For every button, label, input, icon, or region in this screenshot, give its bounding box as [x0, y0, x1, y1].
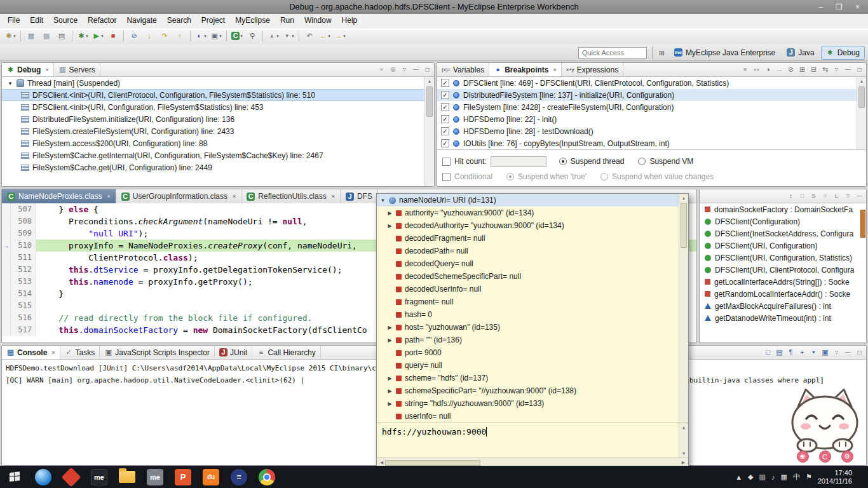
dropdown-arrow-icon[interactable]: ▾	[101, 34, 104, 39]
run-button[interactable]: ▶▾	[91, 29, 105, 43]
minimize-icon[interactable]: —	[844, 348, 852, 356]
hide-fields-icon[interactable]: □	[798, 192, 806, 200]
close-icon[interactable]: ×	[332, 193, 335, 200]
instruction-pointer-ruler[interactable]	[2, 324, 11, 336]
dropdown-arrow-icon[interactable]: ▾	[219, 34, 222, 39]
outline-item[interactable]: domainSocketFactory : DomainSocketFa	[700, 203, 866, 215]
go-to-file-icon[interactable]: →	[775, 65, 783, 74]
outline-item[interactable]: DFSClient(Configuration)	[700, 215, 866, 227]
view-menu-icon[interactable]: ▽	[832, 348, 841, 356]
editor-tab-dfs[interactable]: JDFS	[341, 189, 378, 203]
step-into-button[interactable]: ↓	[142, 29, 156, 43]
suspend-thread-radio[interactable]	[559, 158, 567, 165]
instruction-pointer-ruler[interactable]	[2, 203, 11, 215]
word-wrap-icon[interactable]: ¶	[787, 348, 795, 356]
view-tab-variables[interactable]: (x)=Variables	[437, 63, 489, 76]
dropdown-arrow-icon[interactable]: ▾	[328, 34, 330, 39]
popup-field-row[interactable]: port= 9000	[377, 346, 688, 359]
scroll-left-icon[interactable]: ◀	[378, 460, 385, 465]
menu-edit[interactable]: Edit	[25, 15, 48, 26]
scroll-lock-icon[interactable]: ▤	[775, 348, 783, 356]
taskbar-chrome-app[interactable]	[253, 466, 281, 488]
breakpoint-row[interactable]: ✓HDFSDemo [line: 28] - testDownload()	[437, 125, 866, 137]
clear-console-icon[interactable]: □	[764, 348, 772, 356]
collapse-all-icon[interactable]: ⊟	[810, 65, 818, 74]
expander-icon[interactable]: ▶	[387, 388, 393, 394]
skip-breakpoints-button[interactable]: ⊘	[127, 29, 141, 43]
instruction-pointer-ruler[interactable]	[2, 252, 11, 264]
view-tab-junit[interactable]: JJUnit	[215, 346, 252, 359]
stack-frame-row[interactable]: DFSClient.<init>(URI, ClientProtocol, Co…	[2, 89, 434, 101]
sort-icon[interactable]: ↕	[787, 192, 795, 200]
popup-field-row[interactable]: decodedUserInfo= null	[377, 283, 688, 295]
thread-row[interactable]: ▾Thread [main] (Suspended)	[2, 77, 434, 89]
perspective-java[interactable]: JJava	[782, 46, 819, 60]
popup-scrollbar[interactable]: ▲	[679, 194, 688, 423]
menu-source[interactable]: Source	[48, 15, 83, 26]
stack-frame-row[interactable]: DFSClient.<init>(URI, Configuration, Fil…	[2, 101, 434, 113]
editor-tab-reflectionutils-class[interactable]: CReflectionUtils.class×	[241, 189, 341, 203]
show-supported-icon[interactable]: ◑	[764, 65, 772, 74]
breakpoint-checkbox[interactable]: ✓	[441, 91, 449, 99]
dropdown-arrow-icon[interactable]: ▾	[204, 34, 207, 39]
forward-button[interactable]: →▾	[333, 29, 347, 43]
taskbar-clock[interactable]: 17:40 2014/11/16	[818, 469, 852, 485]
dropdown-arrow-icon[interactable]: ▾	[343, 34, 346, 39]
outline-item[interactable]: DFSClient(URI, ClientProtocol, Configura	[700, 264, 866, 276]
view-tab-servers[interactable]: ▥Servers	[54, 63, 100, 76]
cat-c-button[interactable]: C	[819, 451, 831, 463]
instruction-pointer-ruler[interactable]	[2, 288, 11, 300]
minimize-icon[interactable]: —	[412, 65, 420, 74]
close-icon[interactable]: ×	[107, 193, 110, 200]
view-tab-javascript-scripts-inspector[interactable]: ▣JavaScript Scripts Inspector	[100, 346, 215, 359]
expander-icon[interactable]: ▶	[387, 337, 393, 343]
tray-display-icon[interactable]: ▥	[759, 473, 766, 481]
outline-item[interactable]: getLocalInterfaceAddrs(String[]) : Socke	[700, 276, 866, 288]
back-button[interactable]: ←▾	[318, 29, 332, 43]
annotation-prev-button[interactable]: ▲▾	[266, 29, 280, 43]
breakpoint-row[interactable]: ✓HDFSDemo [line: 22] - init()	[437, 113, 866, 125]
menu-navigate[interactable]: Navigate	[121, 15, 161, 26]
suspend-vm-radio[interactable]	[638, 158, 646, 165]
popup-field-row[interactable]: decodedQuery= null	[377, 257, 688, 270]
hide-static-icon[interactable]: S	[810, 192, 818, 200]
menu-window[interactable]: Window	[299, 15, 337, 26]
menu-project[interactable]: Project	[196, 15, 230, 26]
inspect-tree[interactable]: ▼nameNodeUri= URI (id=131)▶authority= "y…	[377, 194, 688, 423]
taskbar-myeclipse-dark-app[interactable]: me	[85, 466, 113, 488]
breakpoint-checkbox[interactable]: ✓	[441, 79, 449, 87]
taskbar-eclipse-app[interactable]: ≡	[225, 466, 253, 488]
quick-access-input[interactable]	[578, 47, 647, 58]
close-icon[interactable]: ×	[553, 67, 557, 73]
popup-field-row[interactable]: ▶decodedAuthority= "yuzhouwan:9000" (id=…	[377, 219, 688, 232]
expression-editor[interactable]: hdfs://yuzhouwan:9000 ▲ ▼	[377, 423, 688, 458]
debug-button[interactable]: ✱▾	[76, 29, 90, 43]
disconnect-icon[interactable]: ⊗	[389, 65, 397, 74]
window-close-button[interactable]: ×	[848, 0, 867, 14]
breakpoint-checkbox[interactable]: ✓	[441, 115, 449, 123]
popup-field-row[interactable]: decodedPath= null	[377, 245, 688, 257]
hide-nonpublic-icon[interactable]: ○	[821, 192, 829, 200]
scroll-down-icon[interactable]: ▼	[679, 449, 688, 458]
taskbar-explorer-app[interactable]	[113, 466, 141, 488]
minimize-icon[interactable]: —	[844, 65, 852, 74]
tray-security-icon[interactable]: ◆	[748, 473, 753, 481]
view-tab-tasks[interactable]: ✓Tasks	[60, 346, 100, 359]
remove-terminated-icon[interactable]: ×	[377, 65, 386, 74]
perspective-debug[interactable]: ✱Debug	[821, 46, 865, 60]
start-button[interactable]	[0, 466, 29, 488]
tray-volume-icon[interactable]: ♪	[771, 473, 775, 481]
outline-item[interactable]: getMaxBlockAcquireFailures() : int	[700, 300, 866, 312]
stack-frame-row[interactable]: FileSystem.createFileSystem(URI, Configu…	[2, 125, 434, 137]
view-tab-call-hierarchy[interactable]: ≡Call Hierarchy	[252, 346, 320, 359]
pin-console-icon[interactable]: +	[798, 348, 806, 356]
menu-run[interactable]: Run	[275, 15, 299, 26]
taskbar-red-app[interactable]	[57, 466, 85, 488]
tray-flag-icon[interactable]: ⚑	[806, 473, 812, 481]
stack-frame-row[interactable]: DistributedFileSystem.initialize(URI, Co…	[2, 113, 434, 125]
perspective-myeclipse-java-enterprise[interactable]: meMyEclipse Java Enterprise	[669, 46, 780, 60]
new-wizard-button[interactable]: ❋▾	[3, 29, 17, 43]
remove-all-icon[interactable]: ××	[752, 65, 761, 74]
view-tab-breakpoints[interactable]: ●Breakpoints×	[489, 63, 562, 76]
menu-refactor[interactable]: Refactor	[83, 15, 121, 26]
